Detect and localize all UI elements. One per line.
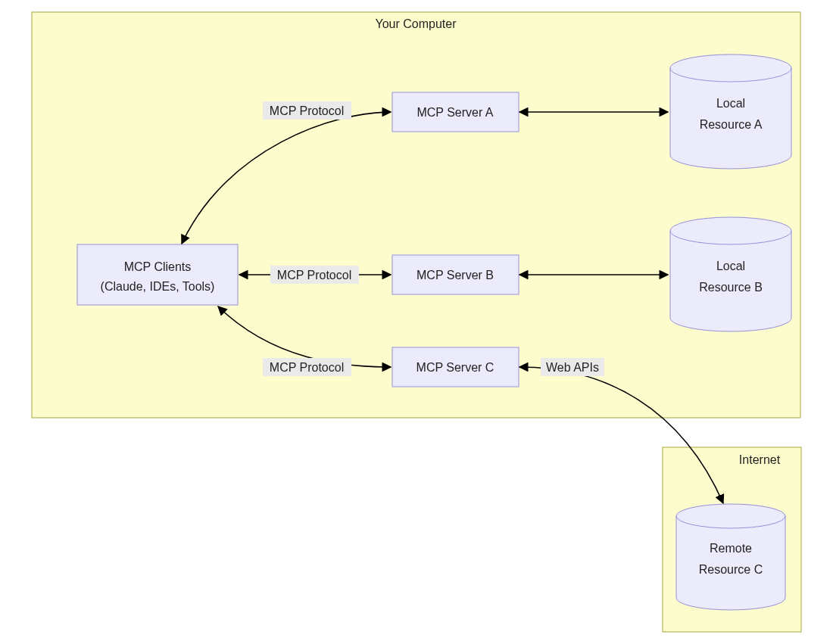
edge-label-proto-c: MCP Protocol xyxy=(270,361,344,374)
node-mcp-clients: MCP Clients (Claude, IDEs, Tools) xyxy=(77,244,238,305)
mcp-server-c-label: MCP Server C xyxy=(416,361,494,374)
mcp-server-b-label: MCP Server B xyxy=(416,269,494,282)
local-resource-a-line1: Local xyxy=(716,97,745,110)
local-resource-b-line2: Resource B xyxy=(699,281,763,294)
node-local-resource-a: Local Resource A xyxy=(670,54,791,169)
edge-label-webapis: Web APIs xyxy=(546,361,599,374)
node-remote-resource-c: Remote Resource C xyxy=(676,504,785,610)
mcp-server-a-label: MCP Server A xyxy=(416,106,493,119)
local-resource-a-line2: Resource A xyxy=(700,118,763,131)
node-mcp-server-c: MCP Server C xyxy=(392,347,519,387)
node-mcp-server-a: MCP Server A xyxy=(392,92,519,132)
remote-resource-c-line1: Remote xyxy=(710,542,752,555)
svg-rect-2 xyxy=(77,244,238,305)
internet-title-text: Internet xyxy=(739,453,781,466)
node-local-resource-b: Local Resource B xyxy=(670,217,791,331)
mcp-clients-line1: MCP Clients xyxy=(124,260,192,273)
container-title-text: Your Computer xyxy=(375,17,457,30)
local-resource-b-line1: Local xyxy=(716,260,745,272)
edge-label-proto-a: MCP Protocol xyxy=(270,104,344,117)
mcp-clients-line2: (Claude, IDEs, Tools) xyxy=(101,280,215,293)
remote-resource-c-line2: Resource C xyxy=(699,563,763,576)
edge-label-proto-b: MCP Protocol xyxy=(277,269,351,282)
architecture-diagram: Your Computer Internet MCP Clients (Clau… xyxy=(0,0,833,644)
node-mcp-server-b: MCP Server B xyxy=(392,255,519,294)
